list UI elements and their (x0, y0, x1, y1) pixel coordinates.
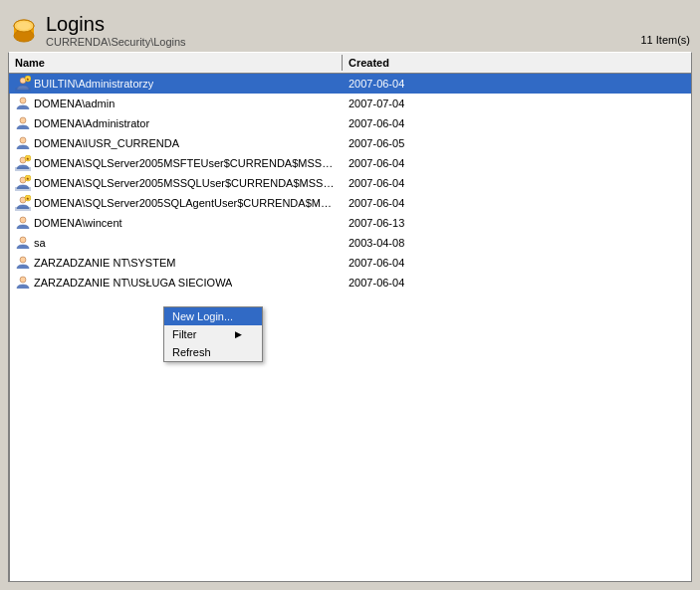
svg-text:★: ★ (26, 196, 30, 201)
table-row[interactable]: DOMENA\admin 2007-07-04 (9, 94, 691, 113)
context-menu-item-label: Filter (172, 328, 196, 340)
col-header-created: Created (343, 55, 691, 71)
row-name-text: DOMENA\SQLServer2005MSSQLUser$CURRENDA$M… (34, 177, 337, 189)
svg-point-26 (20, 257, 26, 263)
table-row[interactable]: ★ DOMENA\SQLServer2005SQLAgentUser$CURRE… (9, 193, 691, 213)
table-row[interactable]: sa 2003-04-08 (9, 233, 691, 253)
svg-point-4 (17, 22, 31, 30)
row-name-text: DOMENA\admin (34, 98, 115, 109)
col-header-name: Name (9, 55, 343, 71)
table-body: ★ BUILTIN\Administratorzy 2007-06-04 DOM… (9, 74, 691, 580)
row-name-text: BUILTIN\Administratorzy (34, 78, 153, 90)
context-menu-item-label: New Login... (172, 310, 233, 322)
row-name-text: DOMENA\SQLServer2005MSFTEUser$CURRENDA$M… (34, 157, 337, 169)
row-created: 2007-06-13 (343, 216, 691, 230)
table-row[interactable]: ★ BUILTIN\Administratorzy 2007-06-04 (9, 74, 691, 94)
svg-text:★: ★ (26, 176, 30, 181)
context-menu-item[interactable]: Refresh (164, 343, 262, 361)
row-created: 2007-06-04 (343, 156, 691, 170)
row-created: 2007-06-04 (343, 176, 691, 190)
row-name-text: ZARZADZANIE NT\SYSTEM (34, 257, 175, 269)
row-user-icon (15, 96, 31, 111)
row-user-icon (15, 135, 31, 151)
content-area: Name Created ★ BUILTIN\Administratorzy 2… (8, 52, 692, 582)
svg-rect-13 (15, 167, 31, 171)
row-created: 2007-06-05 (343, 136, 691, 150)
svg-text:★: ★ (26, 156, 30, 161)
title-bar: Logins CURRENDA\Security\Logins 11 Item(… (8, 8, 692, 50)
table-row[interactable]: ★ DOMENA\SQLServer2005MSFTEUser$CURRENDA… (9, 153, 691, 173)
row-user-icon: ★ (15, 76, 31, 92)
svg-point-10 (20, 117, 26, 123)
row-user-icon (15, 235, 31, 251)
page-title: Logins (46, 12, 186, 36)
logins-icon (10, 16, 38, 44)
table-row[interactable]: ZARZADZANIE NT\SYSTEM 2007-06-04 (9, 253, 691, 273)
svg-point-24 (20, 217, 26, 223)
row-user-icon (15, 275, 31, 291)
svg-rect-21 (15, 207, 31, 211)
row-name-text: sa (34, 237, 46, 249)
svg-text:★: ★ (26, 77, 30, 82)
row-user-icon: ★ (15, 195, 31, 211)
row-created: 2007-06-04 (343, 116, 691, 130)
row-created: 2007-06-04 (343, 77, 691, 91)
table-row[interactable]: ★ DOMENA\SQLServer2005MSSQLUser$CURRENDA… (9, 173, 691, 193)
svg-point-25 (20, 237, 26, 243)
submenu-arrow-icon: ▶ (235, 329, 242, 339)
row-user-icon (15, 215, 31, 231)
table-row[interactable]: DOMENA\IUSR_CURRENDA 2007-06-05 (9, 133, 691, 153)
title-text-block: Logins CURRENDA\Security\Logins (46, 12, 186, 48)
table-row[interactable]: ZARZADZANIE NT\USŁUGA SIECIOWA 2007-06-0… (9, 273, 691, 293)
row-name-text: DOMENA\Administrator (34, 117, 149, 129)
row-created: 2007-07-04 (343, 97, 691, 110)
table-row[interactable]: DOMENA\Administrator 2007-06-04 (9, 113, 691, 133)
svg-point-27 (20, 277, 26, 283)
row-name-text: DOMENA\SQLServer2005SQLAgentUser$CURREND… (34, 197, 337, 209)
row-name-text: DOMENA\IUSR_CURRENDA (34, 137, 179, 149)
svg-rect-17 (15, 187, 31, 191)
context-menu: New Login...Filter▶Refresh (163, 306, 263, 362)
table-header: Name Created (9, 53, 691, 74)
row-created: 2007-06-04 (343, 256, 691, 270)
context-menu-item[interactable]: Filter▶ (164, 325, 262, 343)
breadcrumb: CURRENDA\Security\Logins (46, 36, 186, 48)
main-window: Logins CURRENDA\Security\Logins 11 Item(… (0, 0, 700, 590)
row-user-icon (15, 115, 31, 131)
svg-point-11 (20, 137, 26, 143)
row-user-icon (15, 255, 31, 271)
row-user-icon: ★ (15, 155, 31, 171)
row-name-text: DOMENA\wincent (34, 217, 122, 229)
row-user-icon: ★ (15, 175, 31, 191)
row-name-text: ZARZADZANIE NT\USŁUGA SIECIOWA (34, 277, 232, 289)
table-row[interactable]: DOMENA\wincent 2007-06-13 (9, 213, 691, 233)
svg-rect-6 (15, 88, 31, 92)
svg-point-9 (20, 98, 26, 103)
row-created: 2007-06-04 (343, 196, 691, 210)
row-created: 2003-04-08 (343, 236, 691, 250)
row-created: 2007-06-04 (343, 276, 691, 290)
context-menu-item-label: Refresh (172, 346, 211, 358)
item-count: 11 Item(s) (640, 34, 690, 48)
context-menu-item[interactable]: New Login... (164, 307, 262, 325)
